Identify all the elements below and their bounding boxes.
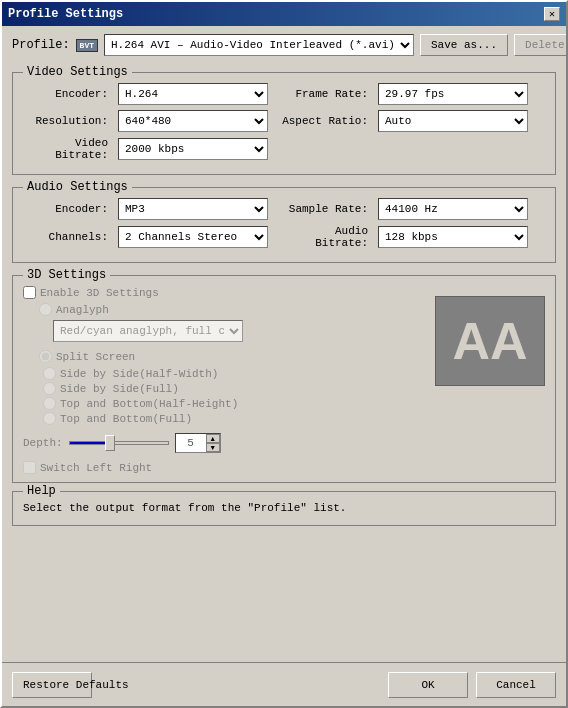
audio-channels-row: Channels: 2 Channels Stereo Audio Bitrat…: [23, 225, 545, 249]
video-bitrate-label: Video Bitrate:: [23, 137, 108, 161]
top-bottom-half-label: Top and Bottom(Half-Height): [60, 398, 238, 410]
top-bottom-full-radio[interactable]: [43, 412, 56, 425]
dialog-window: Profile Settings ✕ Profile: BVT H.264 AV…: [0, 0, 568, 708]
side-by-side-full-radio[interactable]: [43, 382, 56, 395]
footer-right-buttons: OK Cancel: [388, 672, 556, 698]
resolution-label: Resolution:: [23, 115, 108, 127]
preview-container: AA: [435, 286, 545, 474]
top-bottom-full-row: Top and Bottom(Full): [43, 412, 425, 425]
switch-left-right-row: Switch Left Right: [23, 461, 425, 474]
dialog-footer: Restore Defaults OK Cancel: [2, 662, 566, 706]
encoder-select[interactable]: H.264: [118, 83, 268, 105]
depth-label: Depth:: [23, 437, 63, 449]
3d-settings-group: 3D Settings Enable 3D Settings Anaglyph: [12, 275, 556, 483]
depth-spin-buttons: ▲ ▼: [206, 434, 220, 452]
audio-bitrate-select[interactable]: 128 kbps: [378, 226, 528, 248]
split-screen-radio-row: Split Screen: [39, 350, 425, 363]
save-as-button[interactable]: Save as...: [420, 34, 508, 56]
video-resolution-row: Resolution: 640*480 Aspect Ratio: Auto: [23, 110, 545, 132]
audio-encoder-row: Encoder: MP3 Sample Rate: 44100 Hz: [23, 198, 545, 220]
audio-encoder-label: Encoder:: [23, 203, 108, 215]
video-bitrate-row: Video Bitrate: 2000 kbps: [23, 137, 545, 161]
dialog-content: Profile: BVT H.264 AVI – Audio-Video Int…: [2, 26, 566, 662]
help-label: Help: [23, 484, 60, 498]
switch-left-right-checkbox[interactable]: [23, 461, 36, 474]
split-screen-label: Split Screen: [56, 351, 135, 363]
switch-left-right-label: Switch Left Right: [40, 462, 152, 474]
side-by-side-half-row: Side by Side(Half-Width): [43, 367, 425, 380]
depth-row: Depth: ▲ ▼: [23, 433, 425, 453]
sample-rate-label: Sample Rate:: [278, 203, 368, 215]
video-bitrate-select[interactable]: 2000 kbps: [118, 138, 268, 160]
profile-icon: BVT: [76, 39, 98, 52]
encoder-label: Encoder:: [23, 88, 108, 100]
anaglyph-label: Anaglyph: [56, 304, 109, 316]
depth-down-button[interactable]: ▼: [206, 443, 220, 452]
profile-select-wrap: H.264 AVI – Audio-Video Interleaved (*.a…: [104, 34, 414, 56]
top-bottom-half-radio[interactable]: [43, 397, 56, 410]
profile-row: Profile: BVT H.264 AVI – Audio-Video Int…: [12, 34, 556, 56]
profile-select[interactable]: H.264 AVI – Audio-Video Interleaved (*.a…: [104, 34, 414, 56]
audio-settings-group: Audio Settings Encoder: MP3 Sample Rate:…: [12, 187, 556, 263]
anaglyph-type-select[interactable]: Red/cyan anaglyph, full color: [53, 320, 243, 342]
side-by-side-full-row: Side by Side(Full): [43, 382, 425, 395]
aspect-ratio-select[interactable]: Auto: [378, 110, 528, 132]
3d-settings-left: Enable 3D Settings Anaglyph Red/cyan ana…: [23, 286, 425, 474]
side-by-side-half-radio[interactable]: [43, 367, 56, 380]
help-text: Select the output format from the "Profi…: [23, 500, 545, 517]
video-settings-label: Video Settings: [23, 65, 132, 79]
audio-bitrate-label: Audio Bitrate:: [278, 225, 368, 249]
aspect-ratio-label: Aspect Ratio:: [278, 115, 368, 127]
aa-preview: AA: [435, 296, 545, 386]
dialog-title: Profile Settings: [8, 7, 123, 21]
depth-input[interactable]: [176, 434, 206, 452]
enable-3d-row: Enable 3D Settings: [23, 286, 425, 299]
video-settings-group: Video Settings Encoder: H.264 Frame Rate…: [12, 72, 556, 175]
depth-spinbox: ▲ ▼: [175, 433, 221, 453]
audio-encoder-select[interactable]: MP3: [118, 198, 268, 220]
enable-3d-label: Enable 3D Settings: [40, 287, 159, 299]
side-by-side-half-label: Side by Side(Half-Width): [60, 368, 218, 380]
cancel-button[interactable]: Cancel: [476, 672, 556, 698]
channels-label: Channels:: [23, 231, 108, 243]
title-bar: Profile Settings ✕: [2, 2, 566, 26]
depth-up-button[interactable]: ▲: [206, 434, 220, 443]
depth-slider[interactable]: [69, 435, 169, 451]
close-button[interactable]: ✕: [544, 7, 560, 21]
ok-button[interactable]: OK: [388, 672, 468, 698]
aa-preview-text: AA: [452, 315, 527, 367]
side-by-side-full-label: Side by Side(Full): [60, 383, 179, 395]
anaglyph-select-row: Red/cyan anaglyph, full color: [53, 320, 425, 342]
enable-3d-checkbox[interactable]: [23, 286, 36, 299]
anaglyph-radio-row: Anaglyph: [39, 303, 425, 316]
sample-rate-select[interactable]: 44100 Hz: [378, 198, 528, 220]
profile-label: Profile:: [12, 38, 70, 52]
sub-radio-group: Side by Side(Half-Width) Side by Side(Fu…: [43, 367, 425, 425]
audio-settings-label: Audio Settings: [23, 180, 132, 194]
anaglyph-radio[interactable]: [39, 303, 52, 316]
split-screen-radio[interactable]: [39, 350, 52, 363]
restore-defaults-button[interactable]: Restore Defaults: [12, 672, 92, 698]
delete-button[interactable]: Delete: [514, 34, 566, 56]
top-bottom-half-row: Top and Bottom(Half-Height): [43, 397, 425, 410]
resolution-select[interactable]: 640*480: [118, 110, 268, 132]
video-encoder-row: Encoder: H.264 Frame Rate: 29.97 fps: [23, 83, 545, 105]
top-bottom-full-label: Top and Bottom(Full): [60, 413, 192, 425]
help-section: Help Select the output format from the "…: [12, 491, 556, 526]
frame-rate-label: Frame Rate:: [278, 88, 368, 100]
frame-rate-select[interactable]: 29.97 fps: [378, 83, 528, 105]
channels-select[interactable]: 2 Channels Stereo: [118, 226, 268, 248]
3d-settings-label: 3D Settings: [23, 268, 110, 282]
